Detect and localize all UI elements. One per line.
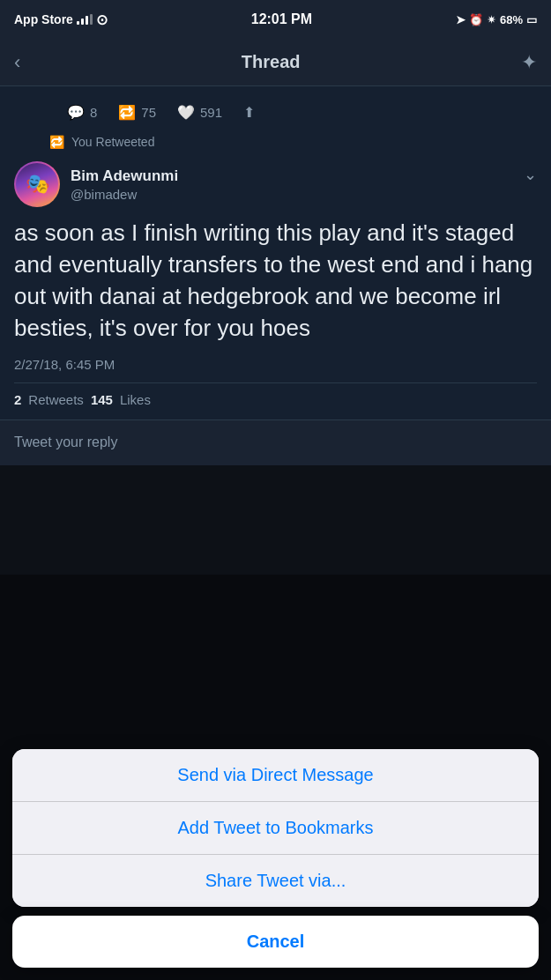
battery-label: 68%	[500, 13, 523, 26]
tweet-text: as soon as I finish writing this play an…	[14, 218, 537, 345]
avatar: 🎭	[14, 161, 60, 207]
bluetooth-icon: ✴	[487, 13, 496, 26]
likes-stat: 🤍 591	[177, 104, 222, 121]
user-handle: @bimadew	[71, 187, 178, 202]
compose-button[interactable]: ✦	[521, 51, 537, 74]
location-icon: ➤	[456, 13, 465, 26]
wifi-icon: ⊙	[96, 11, 108, 28]
chevron-down-icon[interactable]: ⌄	[524, 165, 537, 184]
engagement-likes-label: Likes	[120, 392, 151, 407]
display-name: Bim Adewunmi	[71, 167, 178, 185]
share-icon: ⬆	[243, 104, 255, 121]
retweets-count: 75	[141, 105, 156, 120]
avatar-inner: 🎭	[16, 163, 58, 205]
retweet-notice-icon: 🔁	[49, 135, 64, 149]
send-dm-button[interactable]: Send via Direct Message	[12, 749, 539, 802]
signal-icon	[77, 14, 93, 25]
replies-stat: 💬 8	[67, 104, 97, 121]
replies-count: 8	[90, 105, 97, 120]
battery-icon: ▭	[526, 13, 537, 26]
retweets-stat: 🔁 75	[118, 104, 156, 121]
share-stat[interactable]: ⬆	[243, 104, 255, 121]
status-right: ➤ ⏰ ✴ 68% ▭	[456, 13, 537, 26]
engagement-row: 2 Retweets 145 Likes	[14, 382, 537, 407]
user-names: Bim Adewunmi @bimadew	[71, 167, 178, 202]
cancel-button[interactable]: Cancel	[12, 916, 539, 968]
back-button[interactable]: ‹	[14, 51, 20, 74]
reply-bar[interactable]: Tweet your reply	[0, 419, 551, 465]
reply-placeholder: Tweet your reply	[14, 434, 117, 450]
heart-icon: 🤍	[177, 104, 195, 121]
add-bookmark-button[interactable]: Add Tweet to Bookmarks	[12, 802, 539, 855]
tweet-stats-row: 💬 8 🔁 75 🤍 591 ⬆	[14, 99, 537, 130]
nav-title: Thread	[242, 52, 301, 72]
user-info[interactable]: 🎭 Bim Adewunmi @bimadew	[14, 161, 178, 207]
tweet-container: 💬 8 🔁 75 🤍 591 ⬆ 🔁 You Retweeted 🎭 Bim A…	[0, 86, 551, 419]
alarm-icon: ⏰	[469, 13, 483, 26]
retweet-notice-text: You Retweeted	[71, 135, 154, 149]
engagement-likes: 145	[91, 392, 113, 407]
engagement-retweets-label: Retweets	[28, 392, 84, 407]
status-time: 12:01 PM	[251, 11, 312, 27]
engagement-retweets: 2	[14, 392, 21, 407]
status-bar: App Store ⊙ 12:01 PM ➤ ⏰ ✴ 68% ▭	[0, 0, 551, 39]
retweet-notice: 🔁 You Retweeted	[14, 130, 537, 158]
action-sheet: Send via Direct Message Add Tweet to Boo…	[0, 749, 551, 980]
action-sheet-overlay: Send via Direct Message Add Tweet to Boo…	[0, 575, 551, 980]
user-row: 🎭 Bim Adewunmi @bimadew ⌄	[14, 158, 537, 207]
carrier-label: App Store	[14, 12, 73, 26]
action-sheet-group: Send via Direct Message Add Tweet to Boo…	[12, 749, 539, 907]
likes-count: 591	[200, 105, 222, 120]
tweet-timestamp: 2/27/18, 6:45 PM	[14, 357, 537, 372]
reply-icon: 💬	[67, 104, 85, 121]
status-left: App Store ⊙	[14, 11, 108, 28]
retweet-icon: 🔁	[118, 104, 136, 121]
nav-bar: ‹ Thread ✦	[0, 39, 551, 86]
share-tweet-button[interactable]: Share Tweet via...	[12, 855, 539, 907]
